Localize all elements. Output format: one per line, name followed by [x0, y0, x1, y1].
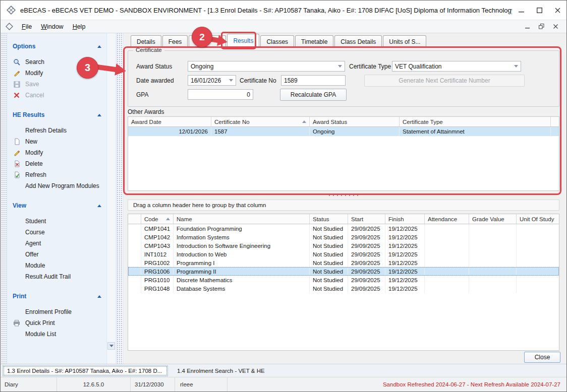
cell-finish: 19/12/2025	[385, 267, 425, 276]
tab-strip: Details Fees Results Classes Timetable C…	[131, 34, 427, 47]
sidebar-header-options-label: Options	[13, 43, 35, 50]
app-body: Options Search Modify Save Cancel	[1, 33, 566, 364]
minimize-button[interactable]	[512, 1, 530, 20]
column-header-status[interactable]: Status	[310, 214, 348, 224]
scroll-down-button[interactable]	[107, 342, 115, 350]
column-header-certificate-type[interactable]: Certificate Type	[400, 117, 551, 126]
sidebar-item-modify[interactable]: Modify	[8, 68, 106, 79]
sidebar-item-refresh-details[interactable]: Refresh Details	[8, 125, 106, 136]
column-header-unit-of-study[interactable]: Unit Of Study	[517, 214, 559, 224]
cell-attendance	[425, 241, 469, 250]
cell-finish: 19/12/2025	[385, 258, 425, 267]
tab-units-of-study[interactable]: Units of S...	[383, 35, 426, 47]
column-header-certificate-no[interactable]: Certificate No	[211, 117, 310, 126]
sidebar-item-delete[interactable]: Delete	[8, 158, 106, 169]
cell-name: Programming I	[174, 258, 310, 267]
cell-finish: 19/12/2025	[385, 276, 425, 284]
cell-code: INT1012	[141, 250, 174, 258]
award-status-label: Award Status	[136, 63, 172, 70]
mdi-close-button[interactable]	[549, 22, 561, 32]
cell-attendance	[425, 233, 469, 241]
sidebar-item-modify-result[interactable]: Modify	[8, 147, 106, 158]
sidebar-item-cancel[interactable]: Cancel	[8, 90, 106, 101]
table-row[interactable]: CMP1043 Introduction to Software Enginee…	[128, 241, 559, 250]
sidebar-header-view[interactable]: View	[8, 200, 106, 212]
award-status-select[interactable]: Ongoing	[188, 61, 345, 72]
sidebar-header-view-label: View	[13, 202, 26, 209]
award-status-value: Ongoing	[191, 63, 213, 70]
menu-file[interactable]: File	[17, 21, 36, 32]
column-header-grade-value[interactable]: Grade Value	[469, 214, 517, 224]
cell-unit-of-study	[517, 250, 559, 258]
column-header-name[interactable]: Name	[174, 214, 310, 224]
table-row[interactable]: CMP1041 Foundation Programming Not Studi…	[128, 224, 559, 233]
sidebar-item-offer[interactable]: Offer	[8, 249, 106, 260]
table-row-selected[interactable]: PRG1006 Programming II Not Studied 29/09…	[128, 267, 559, 276]
group-by-panel[interactable]: Drag a column header here to group by th…	[128, 200, 559, 211]
sidebar-main-splitter[interactable]	[117, 33, 124, 364]
sidebar-item-new[interactable]: New	[8, 136, 106, 147]
table-row[interactable]: PRG1002 Programming I Not Studied 29/09/…	[128, 258, 559, 267]
sidebar-header-options[interactable]: Options	[8, 40, 106, 52]
sidebar-item-student[interactable]: Student	[8, 216, 106, 227]
tab-obscured[interactable]	[189, 35, 226, 47]
tab-classes[interactable]: Classes	[260, 35, 294, 47]
sidebar-item-agent[interactable]: Agent	[8, 238, 106, 249]
tab-details[interactable]: Details	[131, 35, 161, 47]
certificate-type-select[interactable]: VET Qualification	[392, 61, 521, 72]
column-header-award-date[interactable]: Award Date	[128, 117, 211, 126]
tab-results[interactable]: Results	[227, 34, 259, 47]
column-header-award-status[interactable]: Award Status	[310, 117, 400, 126]
gpa-input[interactable]	[188, 89, 253, 100]
sidebar-item-quick-print[interactable]: Quick Print	[8, 317, 106, 329]
column-header-start[interactable]: Start	[348, 214, 385, 224]
sidebar-header-print[interactable]: Print	[8, 290, 106, 302]
sidebar-header-he-results[interactable]: HE Results	[8, 109, 106, 121]
date-awarded-picker[interactable]: 16/01/2026	[188, 75, 236, 86]
sidebar-item-course[interactable]: Course	[8, 227, 106, 238]
mdi-restore-button[interactable]	[535, 22, 547, 32]
certificate-no-input[interactable]	[281, 75, 346, 86]
table-row[interactable]: 12/01/2026 1587 Ongoing Statement of Att…	[128, 127, 559, 136]
sidebar-item-module-list[interactable]: Module List	[8, 329, 106, 340]
table-row[interactable]: PRG1048 Database Systems Not Studied 29/…	[128, 284, 559, 293]
sidebar-item-label: Agent	[25, 240, 41, 247]
printer-icon	[12, 319, 22, 327]
splitter-handle[interactable]	[128, 191, 559, 198]
table-row[interactable]: INT1012 Introduction to Web Not Studied …	[128, 250, 559, 258]
cell-start: 29/09/2025	[348, 224, 385, 233]
sidebar-item-result-audit-trail[interactable]: Result Audit Trail	[8, 271, 106, 282]
tab-timetable[interactable]: Timetable	[295, 35, 333, 47]
sidebar-scrollbar[interactable]	[106, 33, 115, 364]
doc-tab-enrolment-search[interactable]: 1.4 Enrolment Search - VET & HE	[172, 365, 270, 376]
column-header-code[interactable]: Code	[141, 214, 174, 224]
menu-window[interactable]: Window	[36, 21, 68, 32]
menu-help[interactable]: Help	[68, 21, 90, 32]
recalculate-gpa-button[interactable]: Recalculate GPA	[280, 89, 347, 101]
cell-unit-of-study	[517, 284, 559, 293]
tab-class-details[interactable]: Class Details	[334, 35, 382, 47]
sidebar-item-save[interactable]: Save	[8, 79, 106, 90]
maximize-icon	[537, 8, 542, 13]
column-header-attendance[interactable]: Attendance	[425, 214, 469, 224]
sidebar-item-enrolment-profile[interactable]: Enrolment Profile	[8, 306, 106, 317]
generate-next-certificate-button[interactable]: Generate Next Certificate Number	[364, 75, 525, 87]
sidebar-item-add-new-program-modules[interactable]: Add New Program Modules	[8, 180, 106, 191]
cell-name: Programming II	[174, 267, 310, 276]
table-row[interactable]: PRG1010 Discrete Mathematics Not Studied…	[128, 276, 559, 284]
cell-unit-of-study	[517, 233, 559, 241]
close-panel-button[interactable]: Close	[524, 352, 560, 363]
sidebar-item-module[interactable]: Module	[8, 260, 106, 271]
cell-finish: 19/12/2025	[385, 250, 425, 258]
sidebar-section-options: Options Search Modify Save Cancel	[8, 40, 106, 101]
cell-name: Introduction to Web	[174, 250, 310, 258]
column-header-finish[interactable]: Finish	[385, 214, 425, 224]
close-button[interactable]	[548, 1, 566, 20]
tab-fees[interactable]: Fees	[162, 35, 188, 47]
maximize-button[interactable]	[530, 1, 548, 20]
sidebar-item-refresh[interactable]: Refresh	[8, 169, 106, 180]
mdi-minimize-button[interactable]	[521, 22, 533, 32]
table-row[interactable]: CMP1042 Information Systems Not Studied …	[128, 233, 559, 241]
doc-tab-enrol-details[interactable]: 1.3 Enrol Details - S#: AP10587 Tanaka, …	[3, 365, 168, 376]
sidebar-item-search[interactable]: Search	[8, 56, 106, 68]
